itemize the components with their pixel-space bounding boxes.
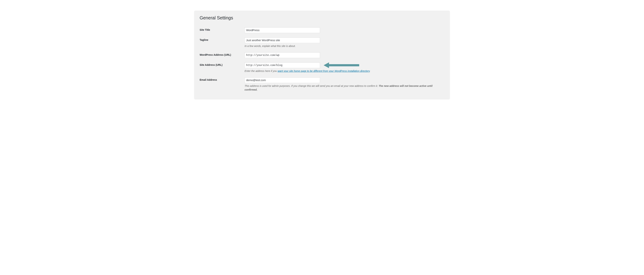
row-site-title: Site Title xyxy=(200,25,444,35)
site-address-desc-link[interactable]: want your site home page to be different… xyxy=(278,70,370,72)
wp-address-input[interactable] xyxy=(244,52,320,58)
label-site-title: Site Title xyxy=(200,25,244,35)
label-tagline: Tagline xyxy=(200,35,244,50)
site-address-input[interactable] xyxy=(244,62,320,68)
tagline-description: In a few words, explain what this site i… xyxy=(244,44,444,48)
site-address-desc-prefix: Enter the address here if you xyxy=(244,70,278,72)
svg-rect-1 xyxy=(329,64,359,66)
general-settings-panel: General Settings Site Title Tagline In a… xyxy=(194,11,450,99)
svg-marker-0 xyxy=(324,62,329,68)
page-title: General Settings xyxy=(200,15,444,20)
label-wp-address: WordPress Address (URL) xyxy=(200,50,244,60)
label-site-address: Site Address (URL) xyxy=(200,60,244,75)
site-title-input[interactable] xyxy=(244,27,320,33)
site-address-desc-suffix: . xyxy=(370,70,370,72)
label-email: Email Address xyxy=(200,75,244,94)
settings-form-table: Site Title Tagline In a few words, expla… xyxy=(200,25,444,94)
row-wp-address: WordPress Address (URL) xyxy=(200,50,444,60)
email-desc-plain: This address is used for admin purposes.… xyxy=(244,84,378,87)
row-site-address: Site Address (URL) Enter the address her… xyxy=(200,60,444,75)
tagline-input[interactable] xyxy=(244,38,320,43)
email-input[interactable] xyxy=(244,77,320,83)
row-email: Email Address This address is used for a… xyxy=(200,75,444,94)
email-description: This address is used for admin purposes.… xyxy=(244,84,444,92)
arrow-annotation-icon xyxy=(324,62,363,69)
row-tagline: Tagline In a few words, explain what thi… xyxy=(200,35,444,50)
site-address-description: Enter the address here if you want your … xyxy=(244,69,444,73)
